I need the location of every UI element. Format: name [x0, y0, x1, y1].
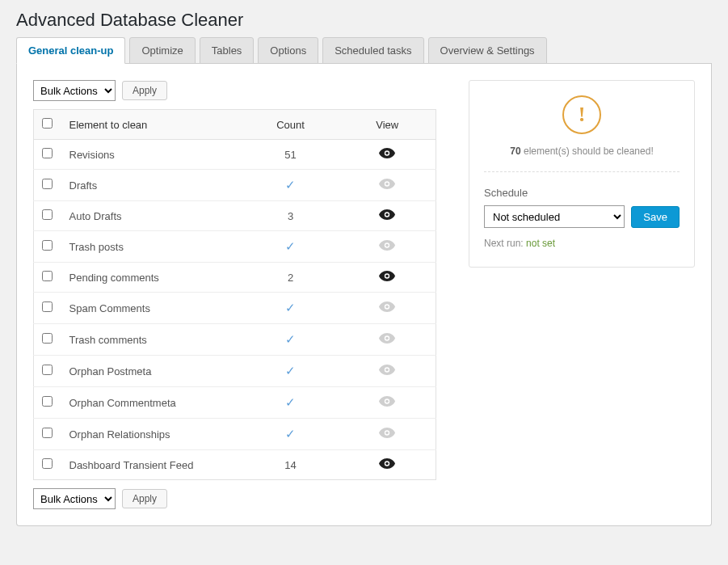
eye-icon[interactable] — [379, 271, 395, 281]
table-row: Orphan Relationships✓ — [34, 419, 436, 450]
row-checkbox[interactable] — [42, 209, 53, 220]
eye-icon — [379, 365, 395, 375]
col-count: Count — [242, 110, 339, 140]
svg-point-19 — [385, 432, 389, 435]
eye-icon — [379, 301, 395, 312]
row-checkbox[interactable] — [42, 458, 53, 469]
check-icon: ✓ — [285, 178, 296, 192]
row-count: ✓ — [242, 324, 339, 356]
row-checkbox[interactable] — [42, 148, 53, 158]
row-name: Auto Drafts — [61, 201, 242, 231]
eye-icon — [379, 396, 395, 407]
row-checkbox[interactable] — [42, 333, 53, 344]
row-name: Trash posts — [61, 231, 242, 263]
check-icon: ✓ — [285, 332, 296, 346]
eye-icon — [379, 179, 395, 189]
save-button[interactable]: Save — [631, 206, 680, 228]
check-icon: ✓ — [285, 364, 296, 377]
table-row: Dashboard Transient Feed14 — [34, 450, 436, 480]
eye-icon[interactable] — [379, 458, 395, 469]
row-name: Orphan Commentmeta — [61, 387, 242, 419]
warning-text: 70 element(s) should be cleaned! — [484, 145, 680, 157]
check-icon: ✓ — [285, 301, 296, 314]
row-count: ✓ — [242, 293, 339, 324]
svg-point-9 — [385, 275, 389, 278]
clean-table: Element to clean Count View Revisions51D… — [33, 109, 436, 480]
row-count: 14 — [242, 450, 339, 480]
row-count: ✓ — [242, 170, 339, 201]
table-row: Drafts✓ — [34, 170, 436, 201]
main-panel: Bulk Actions Apply Element to clean Coun… — [16, 64, 712, 526]
col-element: Element to clean — [61, 110, 242, 140]
row-checkbox[interactable] — [42, 428, 53, 438]
table-row: Trash comments✓ — [34, 324, 436, 356]
row-checkbox[interactable] — [42, 365, 53, 375]
svg-point-13 — [385, 337, 389, 340]
bulk-actions-bottom: Bulk Actions Apply — [33, 488, 436, 509]
row-count: 2 — [242, 263, 339, 293]
svg-point-15 — [385, 369, 389, 372]
eye-icon — [379, 240, 395, 251]
row-name: Drafts — [61, 170, 242, 201]
svg-point-7 — [385, 244, 389, 247]
row-name: Pending comments — [61, 263, 242, 293]
page-title: Advanced Database Cleaner — [16, 0, 712, 37]
eye-icon — [379, 428, 395, 438]
check-icon: ✓ — [285, 427, 296, 441]
table-row: Trash posts✓ — [34, 231, 436, 263]
schedule-label: Schedule — [484, 187, 680, 199]
tab-optimize[interactable]: Optimize — [129, 37, 195, 64]
eye-icon — [379, 333, 395, 344]
bulk-select-top[interactable]: Bulk Actions — [33, 80, 116, 101]
schedule-select[interactable]: Not scheduled — [484, 205, 625, 228]
row-name: Trash comments — [61, 324, 242, 356]
table-row: Spam Comments✓ — [34, 293, 436, 324]
tabs: General clean-upOptimizeTablesOptionsSch… — [16, 37, 712, 64]
eye-icon[interactable] — [379, 148, 395, 158]
tab-overview-settings[interactable]: Overview & Settings — [428, 37, 547, 64]
svg-point-1 — [385, 152, 389, 155]
row-name: Revisions — [61, 140, 242, 170]
check-icon: ✓ — [285, 395, 296, 409]
svg-point-11 — [385, 306, 389, 309]
check-icon: ✓ — [285, 239, 296, 253]
row-count: 3 — [242, 201, 339, 231]
table-row: Orphan Postmeta✓ — [34, 356, 436, 387]
table-row: Revisions51 — [34, 140, 436, 170]
tab-options[interactable]: Options — [258, 37, 318, 64]
row-checkbox[interactable] — [42, 301, 53, 312]
row-name: Orphan Postmeta — [61, 356, 242, 387]
row-checkbox[interactable] — [42, 271, 53, 281]
row-count: ✓ — [242, 387, 339, 419]
row-checkbox[interactable] — [42, 396, 53, 407]
row-name: Orphan Relationships — [61, 419, 242, 450]
table-row: Orphan Commentmeta✓ — [34, 387, 436, 419]
separator — [484, 171, 680, 172]
svg-point-21 — [385, 462, 389, 466]
next-run: Next run: not set — [484, 238, 680, 249]
tab-tables[interactable]: Tables — [200, 37, 255, 64]
col-view: View — [339, 110, 436, 140]
bulk-apply-top[interactable]: Apply — [122, 81, 167, 100]
row-count: ✓ — [242, 231, 339, 263]
tab-general-clean-up[interactable]: General clean-up — [16, 37, 125, 64]
svg-point-17 — [385, 400, 389, 403]
bulk-apply-bottom[interactable]: Apply — [122, 489, 167, 508]
select-all-checkbox[interactable] — [42, 118, 53, 129]
bulk-select-bottom[interactable]: Bulk Actions — [33, 488, 116, 509]
row-checkbox[interactable] — [42, 240, 53, 251]
eye-icon[interactable] — [379, 209, 395, 220]
tab-scheduled-tasks[interactable]: Scheduled tasks — [322, 37, 423, 64]
sidebar-box: ! 70 element(s) should be cleaned! Sched… — [469, 80, 695, 268]
warning-icon: ! — [562, 95, 601, 134]
table-row: Pending comments2 — [34, 263, 436, 293]
row-name: Spam Comments — [61, 293, 242, 324]
table-row: Auto Drafts3 — [34, 201, 436, 231]
row-checkbox[interactable] — [42, 179, 53, 189]
svg-point-3 — [385, 183, 389, 186]
row-name: Dashboard Transient Feed — [61, 450, 242, 480]
row-count: ✓ — [242, 356, 339, 387]
row-count: ✓ — [242, 419, 339, 450]
svg-point-5 — [385, 213, 389, 217]
row-count: 51 — [242, 140, 339, 170]
